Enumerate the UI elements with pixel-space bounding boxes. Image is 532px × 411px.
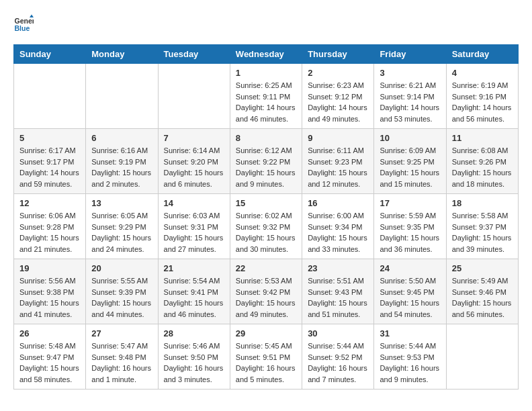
calendar-cell: 20Sunrise: 5:55 AMSunset: 9:39 PMDayligh… [86, 259, 158, 324]
day-number: 16 [308, 198, 368, 208]
day-info: Sunrise: 5:50 AMSunset: 9:45 PMDaylight:… [380, 275, 440, 320]
day-info: Sunrise: 6:19 AMSunset: 9:16 PMDaylight:… [452, 80, 513, 124]
day-info: Sunrise: 5:53 AMSunset: 9:42 PMDaylight:… [236, 275, 296, 320]
calendar-cell: 30Sunrise: 5:44 AMSunset: 9:52 PMDayligh… [302, 324, 374, 390]
day-number: 29 [236, 328, 296, 338]
logo: General Blue [13, 13, 36, 34]
logo-icon: General Blue [13, 13, 34, 34]
calendar-cell: 17Sunrise: 5:59 AMSunset: 9:35 PMDayligh… [374, 194, 446, 259]
day-info: Sunrise: 5:51 AMSunset: 9:43 PMDaylight:… [308, 275, 368, 320]
calendar-cell [86, 64, 158, 129]
calendar-cell: 27Sunrise: 5:47 AMSunset: 9:48 PMDayligh… [86, 324, 158, 390]
calendar-cell: 22Sunrise: 5:53 AMSunset: 9:42 PMDayligh… [230, 259, 302, 324]
weekday-header: Saturday [446, 45, 518, 64]
day-info: Sunrise: 6:09 AMSunset: 9:25 PMDaylight:… [380, 145, 440, 189]
calendar-cell: 31Sunrise: 5:44 AMSunset: 9:53 PMDayligh… [374, 324, 446, 390]
day-info: Sunrise: 5:44 AMSunset: 9:52 PMDaylight:… [308, 340, 368, 385]
day-number: 11 [452, 133, 513, 143]
day-info: Sunrise: 5:45 AMSunset: 9:51 PMDaylight:… [236, 340, 296, 385]
day-number: 20 [91, 263, 152, 273]
day-number: 9 [308, 133, 368, 143]
day-number: 30 [308, 328, 368, 338]
day-info: Sunrise: 6:06 AMSunset: 9:28 PMDaylight:… [19, 210, 80, 255]
calendar-cell [446, 324, 518, 390]
calendar-cell: 4Sunrise: 6:19 AMSunset: 9:16 PMDaylight… [446, 64, 518, 129]
day-number: 3 [380, 68, 440, 78]
day-info: Sunrise: 6:23 AMSunset: 9:12 PMDaylight:… [308, 80, 368, 124]
day-info: Sunrise: 5:49 AMSunset: 9:46 PMDaylight:… [452, 275, 513, 320]
day-info: Sunrise: 6:25 AMSunset: 9:11 PMDaylight:… [236, 80, 296, 124]
calendar-cell [14, 64, 86, 129]
day-number: 28 [164, 328, 224, 338]
day-info: Sunrise: 6:03 AMSunset: 9:31 PMDaylight:… [164, 210, 224, 255]
day-number: 31 [380, 328, 440, 338]
day-number: 6 [91, 133, 152, 143]
weekday-header: Tuesday [158, 45, 230, 64]
calendar-cell: 24Sunrise: 5:50 AMSunset: 9:45 PMDayligh… [374, 259, 446, 324]
day-number: 27 [91, 328, 152, 338]
calendar-cell: 25Sunrise: 5:49 AMSunset: 9:46 PMDayligh… [446, 259, 518, 324]
day-number: 2 [308, 68, 368, 78]
day-number: 1 [236, 68, 296, 78]
day-number: 23 [308, 263, 368, 273]
calendar-cell: 29Sunrise: 5:45 AMSunset: 9:51 PMDayligh… [230, 324, 302, 390]
day-number: 14 [164, 198, 224, 208]
calendar-cell: 7Sunrise: 6:14 AMSunset: 9:20 PMDaylight… [158, 129, 230, 194]
calendar-cell: 5Sunrise: 6:17 AMSunset: 9:17 PMDaylight… [14, 129, 86, 194]
day-info: Sunrise: 5:58 AMSunset: 9:37 PMDaylight:… [452, 210, 513, 255]
day-number: 4 [452, 68, 513, 78]
calendar-cell: 15Sunrise: 6:02 AMSunset: 9:32 PMDayligh… [230, 194, 302, 259]
calendar-cell: 1Sunrise: 6:25 AMSunset: 9:11 PMDaylight… [230, 64, 302, 129]
calendar-cell: 19Sunrise: 5:56 AMSunset: 9:38 PMDayligh… [14, 259, 86, 324]
calendar-cell: 28Sunrise: 5:46 AMSunset: 9:50 PMDayligh… [158, 324, 230, 390]
day-number: 7 [164, 133, 224, 143]
calendar-cell: 8Sunrise: 6:12 AMSunset: 9:22 PMDaylight… [230, 129, 302, 194]
weekday-header: Friday [374, 45, 446, 64]
day-info: Sunrise: 6:05 AMSunset: 9:29 PMDaylight:… [91, 210, 152, 255]
day-number: 15 [236, 198, 296, 208]
day-info: Sunrise: 5:56 AMSunset: 9:38 PMDaylight:… [19, 275, 80, 320]
calendar-cell: 6Sunrise: 6:16 AMSunset: 9:19 PMDaylight… [86, 129, 158, 194]
svg-text:Blue: Blue [15, 24, 30, 32]
day-info: Sunrise: 6:21 AMSunset: 9:14 PMDaylight:… [380, 80, 440, 124]
calendar-cell: 11Sunrise: 6:08 AMSunset: 9:26 PMDayligh… [446, 129, 518, 194]
calendar-cell: 21Sunrise: 5:54 AMSunset: 9:41 PMDayligh… [158, 259, 230, 324]
weekday-header: Sunday [14, 45, 86, 64]
day-info: Sunrise: 6:00 AMSunset: 9:34 PMDaylight:… [308, 210, 368, 255]
day-info: Sunrise: 6:17 AMSunset: 9:17 PMDaylight:… [19, 145, 80, 189]
day-info: Sunrise: 6:14 AMSunset: 9:20 PMDaylight:… [164, 145, 224, 189]
day-number: 19 [19, 263, 80, 273]
day-info: Sunrise: 5:59 AMSunset: 9:35 PMDaylight:… [380, 210, 440, 255]
day-info: Sunrise: 6:11 AMSunset: 9:23 PMDaylight:… [308, 145, 368, 189]
weekday-header: Wednesday [230, 45, 302, 64]
calendar-cell: 26Sunrise: 5:48 AMSunset: 9:47 PMDayligh… [14, 324, 86, 390]
calendar-cell: 9Sunrise: 6:11 AMSunset: 9:23 PMDaylight… [302, 129, 374, 194]
calendar-cell: 2Sunrise: 6:23 AMSunset: 9:12 PMDaylight… [302, 64, 374, 129]
calendar-cell: 3Sunrise: 6:21 AMSunset: 9:14 PMDaylight… [374, 64, 446, 129]
calendar-cell: 10Sunrise: 6:09 AMSunset: 9:25 PMDayligh… [374, 129, 446, 194]
day-number: 8 [236, 133, 296, 143]
day-number: 13 [91, 198, 152, 208]
page-header: General Blue [13, 13, 519, 34]
calendar-table: SundayMondayTuesdayWednesdayThursdayFrid… [13, 44, 519, 390]
day-info: Sunrise: 5:47 AMSunset: 9:48 PMDaylight:… [91, 340, 152, 385]
day-info: Sunrise: 6:02 AMSunset: 9:32 PMDaylight:… [236, 210, 296, 255]
day-info: Sunrise: 5:48 AMSunset: 9:47 PMDaylight:… [19, 340, 80, 385]
calendar-cell: 13Sunrise: 6:05 AMSunset: 9:29 PMDayligh… [86, 194, 158, 259]
day-info: Sunrise: 6:16 AMSunset: 9:19 PMDaylight:… [91, 145, 152, 189]
day-number: 21 [164, 263, 224, 273]
day-number: 18 [452, 198, 513, 208]
day-number: 22 [236, 263, 296, 273]
day-info: Sunrise: 5:55 AMSunset: 9:39 PMDaylight:… [91, 275, 152, 320]
svg-marker-2 [30, 15, 34, 18]
calendar-cell: 14Sunrise: 6:03 AMSunset: 9:31 PMDayligh… [158, 194, 230, 259]
weekday-header: Thursday [302, 45, 374, 64]
calendar-cell: 23Sunrise: 5:51 AMSunset: 9:43 PMDayligh… [302, 259, 374, 324]
day-info: Sunrise: 6:08 AMSunset: 9:26 PMDaylight:… [452, 145, 513, 189]
calendar-header: SundayMondayTuesdayWednesdayThursdayFrid… [14, 45, 519, 64]
day-info: Sunrise: 6:12 AMSunset: 9:22 PMDaylight:… [236, 145, 296, 189]
weekday-header: Monday [86, 45, 158, 64]
calendar-cell: 16Sunrise: 6:00 AMSunset: 9:34 PMDayligh… [302, 194, 374, 259]
day-number: 10 [380, 133, 440, 143]
day-info: Sunrise: 5:46 AMSunset: 9:50 PMDaylight:… [164, 340, 224, 385]
